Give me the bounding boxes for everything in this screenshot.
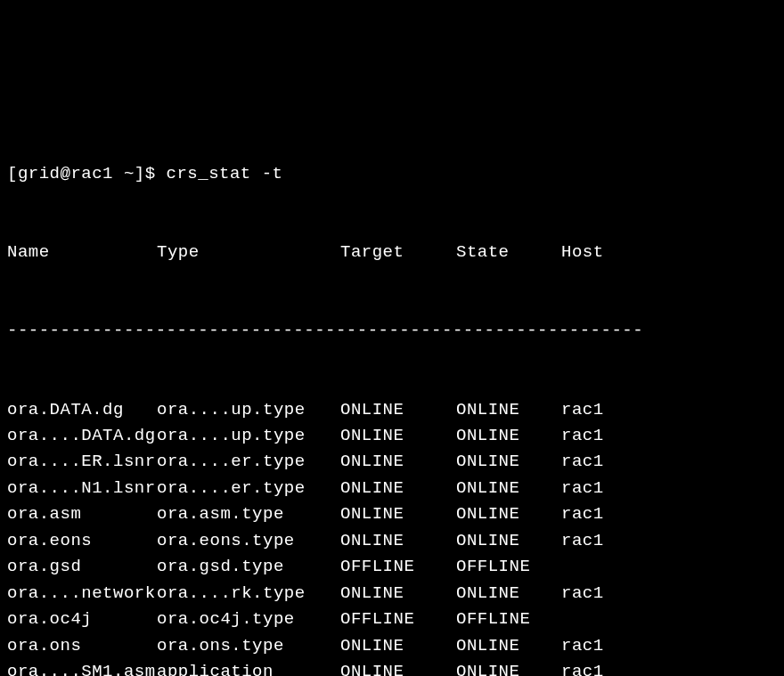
cell-name: ora....ER.lsnr (7, 449, 157, 475)
cell-type: ora....er.type (157, 449, 340, 475)
table-header-row: NameTypeTargetStateHost (7, 240, 784, 265)
cell-name: ora.oc4j (7, 607, 157, 632)
cell-name: ora.ons (7, 633, 157, 659)
cell-host: rac1 (561, 659, 604, 676)
cell-state: ONLINE (456, 528, 561, 554)
shell-prompt: [grid@rac1 ~]$ crs_stat -t (7, 161, 784, 187)
cell-target: ONLINE (340, 423, 456, 449)
header-host: Host (561, 240, 604, 265)
cell-name: ora....N1.lsnr (7, 476, 157, 501)
cell-type: ora....rk.type (157, 581, 340, 607)
table-row: ora....N1.lsnrora....er.typeONLINEONLINE… (7, 476, 784, 501)
cell-name: ora.asm (7, 501, 157, 527)
cell-type: ora.eons.type (157, 528, 340, 554)
header-state: State (456, 240, 561, 265)
cell-type: ora.asm.type (157, 501, 340, 527)
table-row: ora....SM1.asmapplicationONLINEONLINErac… (7, 659, 784, 676)
cell-host: rac1 (561, 423, 604, 449)
cell-state: OFFLINE (456, 554, 561, 580)
cell-state: ONLINE (456, 633, 561, 659)
cell-type: ora.gsd.type (157, 554, 340, 580)
cell-target: OFFLINE (340, 607, 456, 632)
cell-type: ora.ons.type (157, 633, 340, 659)
header-name: Name (7, 240, 157, 265)
table-row: ora....ER.lsnrora....er.typeONLINEONLINE… (7, 449, 784, 475)
cell-host: rac1 (561, 633, 604, 659)
table-row: ora.eonsora.eons.typeONLINEONLINErac1 (7, 528, 784, 554)
cell-target: ONLINE (340, 528, 456, 554)
cell-target: ONLINE (340, 501, 456, 527)
cell-state: ONLINE (456, 501, 561, 527)
cell-name: ora....SM1.asm (7, 659, 157, 676)
divider-line: ----------------------------------------… (7, 318, 784, 344)
cell-name: ora....DATA.dg (7, 423, 157, 449)
table-row: ora.DATA.dgora....up.typeONLINEONLINErac… (7, 397, 784, 423)
header-target: Target (340, 240, 456, 265)
cell-target: ONLINE (340, 449, 456, 475)
cell-target: ONLINE (340, 581, 456, 607)
cell-name: ora.eons (7, 528, 157, 554)
cell-type: ora....er.type (157, 476, 340, 501)
table-row: ora....DATA.dgora....up.typeONLINEONLINE… (7, 423, 784, 449)
cell-host: rac1 (561, 501, 604, 527)
cell-type: application (157, 659, 340, 676)
cell-state: ONLINE (456, 476, 561, 501)
cell-host: rac1 (561, 397, 604, 423)
cell-host: rac1 (561, 449, 604, 475)
cell-type: ora.oc4j.type (157, 607, 340, 632)
table-row: ora.oc4jora.oc4j.typeOFFLINEOFFLINE (7, 607, 784, 632)
cell-state: ONLINE (456, 397, 561, 423)
cell-target: ONLINE (340, 633, 456, 659)
cell-state: ONLINE (456, 423, 561, 449)
cell-name: ora.DATA.dg (7, 397, 157, 423)
cell-state: ONLINE (456, 581, 561, 607)
table-row: ora.onsora.ons.typeONLINEONLINErac1 (7, 633, 784, 659)
cell-name: ora.gsd (7, 554, 157, 580)
table-body: ora.DATA.dgora....up.typeONLINEONLINErac… (7, 397, 784, 676)
cell-target: ONLINE (340, 476, 456, 501)
table-row: ora.asmora.asm.typeONLINEONLINErac1 (7, 501, 784, 527)
cell-host: rac1 (561, 476, 604, 501)
cell-host: rac1 (561, 528, 604, 554)
terminal-window[interactable]: [grid@rac1 ~]$ crs_stat -t NameTypeTarge… (7, 109, 784, 676)
cell-host: rac1 (561, 581, 604, 607)
cell-target: ONLINE (340, 659, 456, 676)
cell-type: ora....up.type (157, 423, 340, 449)
cell-state: ONLINE (456, 449, 561, 475)
cell-state: ONLINE (456, 659, 561, 676)
table-row: ora.gsdora.gsd.typeOFFLINEOFFLINE (7, 554, 784, 580)
cell-name: ora....network (7, 581, 157, 607)
cell-type: ora....up.type (157, 397, 340, 423)
table-row: ora....networkora....rk.typeONLINEONLINE… (7, 581, 784, 607)
cell-target: OFFLINE (340, 554, 456, 580)
cell-target: ONLINE (340, 397, 456, 423)
cell-state: OFFLINE (456, 607, 561, 632)
header-type: Type (157, 240, 340, 265)
